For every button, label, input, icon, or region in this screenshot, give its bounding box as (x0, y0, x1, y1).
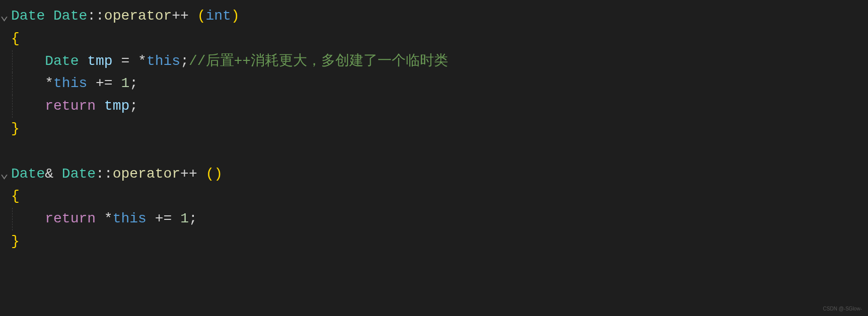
token-punct (172, 211, 180, 226)
token-return-kw: return (45, 211, 96, 226)
indent-guide (12, 208, 13, 230)
token-punct (11, 143, 20, 159)
token-punct (87, 75, 96, 91)
token-punct (11, 211, 45, 226)
token-punct (96, 211, 104, 226)
token-variable: tmp (87, 53, 112, 69)
token-type: Date (45, 53, 79, 69)
token-punct (79, 53, 87, 69)
token-punct (11, 53, 45, 69)
token-type: Date (11, 166, 45, 182)
token-class-name: Date (62, 166, 96, 182)
token-punct (11, 98, 45, 114)
token-this-kw: this (53, 75, 87, 91)
token-func-name: operator (113, 166, 180, 182)
token-paren: ) (231, 8, 240, 24)
token-operator: * (138, 53, 147, 69)
token-punct: ++ (180, 166, 205, 182)
token-punct (147, 211, 155, 226)
token-keyword: int (206, 8, 231, 24)
code-line[interactable]: return tmp; (0, 95, 868, 118)
fold-icon[interactable]: ⌄ (0, 163, 9, 186)
token-paren: ( (206, 166, 214, 182)
token-func-name: operator (104, 8, 172, 24)
code-line[interactable]: Date tmp = *this;//后置++消耗更大，多创建了一个临时类 (0, 50, 868, 73)
token-punct: :: (96, 166, 113, 182)
token-brace: } (11, 121, 20, 136)
token-brace: } (11, 233, 20, 249)
code-line[interactable]: { (0, 28, 868, 50)
token-comment: //后置++消耗更大，多创建了一个临时类 (189, 53, 448, 69)
token-operator: += (155, 211, 172, 226)
token-punct (53, 166, 62, 182)
token-punct (11, 75, 45, 91)
token-type: Date (11, 8, 45, 24)
token-punct (45, 8, 53, 24)
token-operator: * (45, 75, 53, 91)
code-line[interactable]: } (0, 230, 868, 253)
code-editor[interactable]: ⌄Date Date::operator++ (int){ Date tmp =… (0, 5, 868, 253)
token-punct: ; (180, 53, 189, 69)
indent-guide (12, 50, 13, 73)
token-this-kw: this (147, 53, 180, 69)
token-number: 1 (121, 75, 129, 91)
code-line[interactable]: *this += 1; (0, 72, 868, 95)
token-number: 1 (180, 211, 189, 226)
code-line[interactable] (0, 140, 868, 163)
code-line[interactable]: { (0, 185, 868, 208)
token-punct: ++ (172, 8, 197, 24)
token-punct (113, 75, 121, 91)
token-paren: ) (214, 166, 223, 182)
token-operator: * (104, 211, 113, 226)
indent-guide (12, 72, 13, 95)
watermark-text: CSDN @-SGlow- (823, 305, 862, 313)
token-amp: & (45, 166, 53, 182)
token-punct (96, 98, 104, 114)
token-variable: tmp (104, 98, 129, 114)
token-punct (113, 53, 121, 69)
token-punct: ; (129, 98, 138, 114)
token-punct: ; (129, 75, 138, 91)
token-operator: += (96, 75, 113, 91)
fold-icon[interactable]: ⌄ (0, 5, 9, 28)
indent-guide (12, 95, 13, 118)
token-paren: ( (197, 8, 206, 24)
code-line[interactable]: } (0, 118, 868, 140)
token-punct (129, 53, 138, 69)
token-operator: = (121, 53, 129, 69)
token-punct: ; (189, 211, 197, 226)
code-line[interactable]: ⌄Date& Date::operator++ () (0, 163, 868, 186)
token-class-name: Date (53, 8, 87, 24)
code-line[interactable]: ⌄Date Date::operator++ (int) (0, 5, 868, 28)
token-this-kw: this (113, 211, 147, 226)
code-line[interactable]: return *this += 1; (0, 208, 868, 230)
token-return-kw: return (45, 98, 96, 114)
token-punct: :: (87, 8, 104, 24)
token-brace: { (11, 31, 20, 46)
token-brace: { (11, 188, 20, 204)
